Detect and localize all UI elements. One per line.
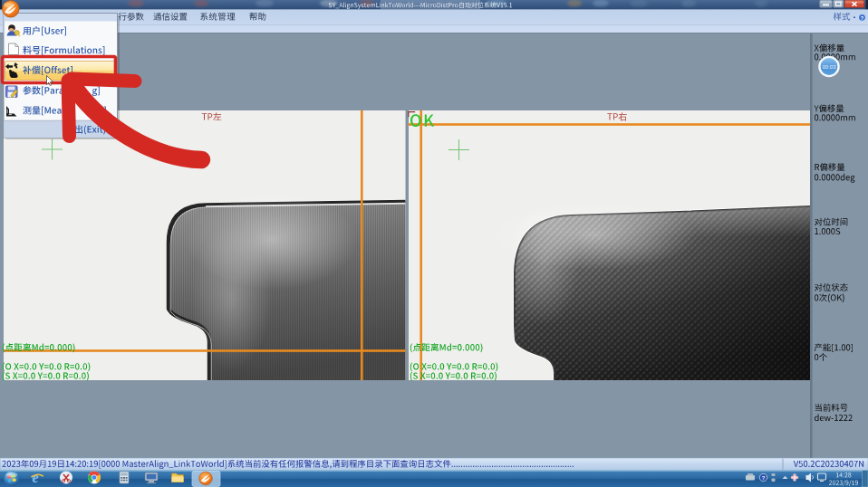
svg-text:e: e (33, 470, 39, 485)
svg-text:00:03: 00:03 (822, 64, 836, 70)
svg-text:?: ? (762, 475, 766, 481)
